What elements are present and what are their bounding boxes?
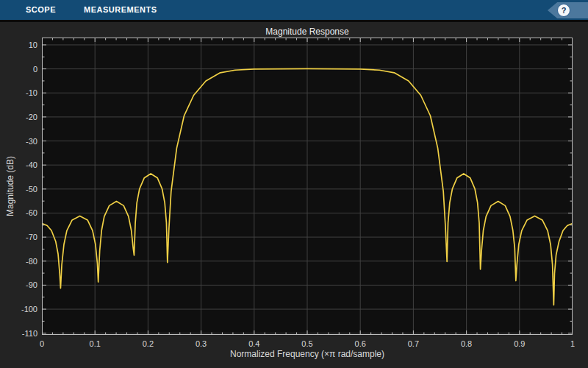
y-tick-label: 10 bbox=[4, 40, 37, 49]
x-tick-label: 0.6 bbox=[342, 339, 379, 348]
y-tick-label: -40 bbox=[4, 160, 37, 169]
y-tick-label: -80 bbox=[4, 257, 37, 266]
toolstrip: SCOPE MEASUREMENTS ? bbox=[0, 0, 588, 22]
plot-title: Magnitude Response bbox=[42, 26, 573, 37]
x-tick-label: 1 bbox=[554, 339, 588, 348]
x-tick-label: 0.5 bbox=[289, 339, 326, 348]
figure-area: Magnitude Response Magnitude (dB) Normal… bbox=[0, 22, 588, 368]
tab-measurements[interactable]: MEASUREMENTS bbox=[78, 0, 163, 20]
x-tick-label: 0.4 bbox=[236, 339, 273, 348]
magnitude-response-plot[interactable] bbox=[42, 38, 573, 335]
plot-area[interactable] bbox=[42, 38, 573, 335]
x-tick-label: 0.9 bbox=[501, 339, 538, 348]
help-button[interactable]: ? bbox=[548, 2, 588, 18]
y-tick-label: -50 bbox=[4, 185, 37, 194]
x-tick-label: 0.7 bbox=[395, 339, 431, 348]
x-axis-label: Normalized Frequency (×π rad/sample) bbox=[42, 349, 573, 359]
filter-visualizer-window: SCOPE MEASUREMENTS ? Magnitude Response … bbox=[0, 0, 588, 368]
help-icon[interactable]: ? bbox=[557, 4, 570, 17]
y-tick-label: 0 bbox=[4, 65, 37, 74]
y-tick-label: -90 bbox=[4, 280, 37, 289]
x-tick-label: 0.8 bbox=[448, 339, 485, 348]
y-tick-label: -100 bbox=[4, 305, 37, 314]
y-tick-label: -10 bbox=[4, 88, 37, 97]
x-tick-label: 0.3 bbox=[183, 339, 220, 348]
x-tick-label: 0 bbox=[24, 339, 60, 348]
x-tick-label: 0.2 bbox=[129, 339, 166, 348]
y-tick-label: -30 bbox=[4, 137, 37, 146]
x-tick-label: 0.1 bbox=[76, 339, 113, 348]
y-tick-label: -70 bbox=[4, 233, 37, 241]
y-tick-label: -110 bbox=[4, 329, 37, 338]
tab-scope[interactable]: SCOPE bbox=[20, 0, 62, 20]
y-tick-label: -60 bbox=[4, 208, 37, 217]
y-tick-label: -20 bbox=[4, 113, 37, 121]
